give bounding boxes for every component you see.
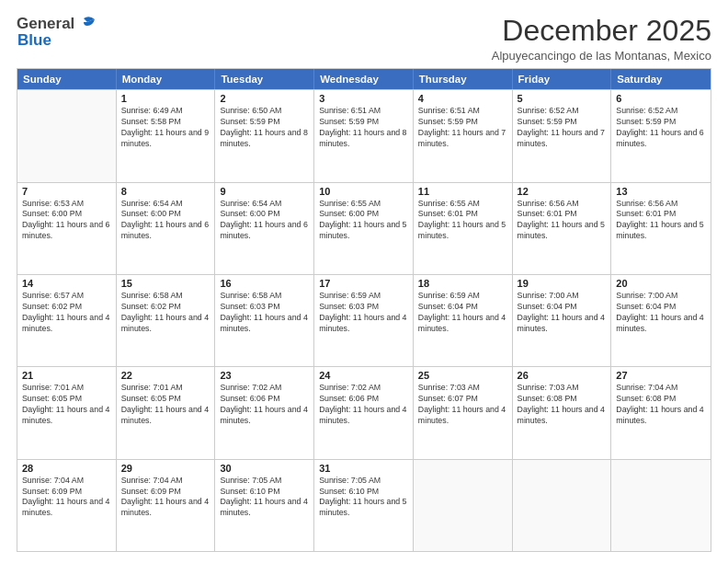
cal-cell-1-5: 12Sunrise: 6:56 AMSunset: 6:01 PMDayligh… xyxy=(513,183,612,274)
calendar-body: 1Sunrise: 6:49 AMSunset: 5:58 PMDaylight… xyxy=(17,89,711,551)
cal-cell-2-6: 20Sunrise: 7:00 AMSunset: 6:04 PMDayligh… xyxy=(611,275,711,366)
week-row-4: 28Sunrise: 7:04 AMSunset: 6:09 PMDayligh… xyxy=(17,459,711,551)
cal-cell-1-2: 9Sunrise: 6:54 AMSunset: 6:00 PMDaylight… xyxy=(215,183,314,274)
day-info: Sunrise: 6:58 AMSunset: 6:02 PMDaylight:… xyxy=(121,291,210,335)
cal-cell-3-6: 27Sunrise: 7:04 AMSunset: 6:08 PMDayligh… xyxy=(611,367,711,458)
cal-cell-4-5 xyxy=(513,460,612,551)
subtitle: Alpuyecancingo de las Montanas, Mexico xyxy=(492,49,711,63)
day-number: 31 xyxy=(319,463,408,474)
cal-cell-4-2: 30Sunrise: 7:05 AMSunset: 6:10 PMDayligh… xyxy=(215,460,314,551)
week-row-1: 7Sunrise: 6:53 AMSunset: 6:00 PMDaylight… xyxy=(17,182,711,274)
day-number: 4 xyxy=(418,93,507,104)
calendar: Sunday Monday Tuesday Wednesday Thursday… xyxy=(17,68,711,552)
day-number: 22 xyxy=(121,370,210,381)
cal-cell-3-4: 25Sunrise: 7:03 AMSunset: 6:07 PMDayligh… xyxy=(414,367,513,458)
day-info: Sunrise: 6:51 AMSunset: 5:59 PMDaylight:… xyxy=(319,106,408,150)
cal-cell-0-5: 5Sunrise: 6:52 AMSunset: 5:59 PMDaylight… xyxy=(513,90,612,181)
day-info: Sunrise: 7:00 AMSunset: 6:04 PMDaylight:… xyxy=(518,291,607,335)
day-info: Sunrise: 7:00 AMSunset: 6:04 PMDaylight:… xyxy=(616,291,706,335)
cal-cell-2-1: 15Sunrise: 6:58 AMSunset: 6:02 PMDayligh… xyxy=(117,275,216,366)
day-info: Sunrise: 6:52 AMSunset: 5:59 PMDaylight:… xyxy=(518,106,607,150)
logo-general-text: General xyxy=(17,15,74,33)
day-number: 6 xyxy=(616,93,706,104)
day-number: 7 xyxy=(22,186,111,197)
day-number: 20 xyxy=(616,278,706,289)
day-info: Sunrise: 7:02 AMSunset: 6:06 PMDaylight:… xyxy=(220,383,309,427)
day-info: Sunrise: 7:03 AMSunset: 6:08 PMDaylight:… xyxy=(518,383,607,427)
cal-cell-0-6: 6Sunrise: 6:52 AMSunset: 5:59 PMDaylight… xyxy=(611,90,711,181)
day-number: 3 xyxy=(319,93,408,104)
day-number: 18 xyxy=(418,278,507,289)
day-number: 28 xyxy=(22,463,111,474)
day-number: 19 xyxy=(518,278,607,289)
cal-cell-2-4: 18Sunrise: 6:59 AMSunset: 6:04 PMDayligh… xyxy=(414,275,513,366)
day-info: Sunrise: 7:04 AMSunset: 6:09 PMDaylight:… xyxy=(121,476,210,520)
day-number: 2 xyxy=(220,93,309,104)
day-info: Sunrise: 6:55 AMSunset: 6:00 PMDaylight:… xyxy=(319,199,408,243)
title-block: December 2025 Alpuyecancingo de las Mont… xyxy=(492,15,711,63)
day-info: Sunrise: 6:56 AMSunset: 6:01 PMDaylight:… xyxy=(616,199,706,243)
cal-cell-1-1: 8Sunrise: 6:54 AMSunset: 6:00 PMDaylight… xyxy=(117,183,216,274)
day-number: 14 xyxy=(22,278,111,289)
week-row-2: 14Sunrise: 6:57 AMSunset: 6:02 PMDayligh… xyxy=(17,274,711,366)
header-sunday: Sunday xyxy=(17,69,117,89)
logo-blue-text: Blue xyxy=(17,31,51,50)
cal-cell-1-3: 10Sunrise: 6:55 AMSunset: 6:00 PMDayligh… xyxy=(314,183,414,274)
day-info: Sunrise: 6:57 AMSunset: 6:02 PMDaylight:… xyxy=(22,291,111,335)
cal-cell-0-0 xyxy=(17,90,117,181)
day-number: 13 xyxy=(616,186,706,197)
day-number: 5 xyxy=(518,93,607,104)
week-row-0: 1Sunrise: 6:49 AMSunset: 5:58 PMDaylight… xyxy=(17,89,711,181)
day-number: 1 xyxy=(121,93,210,104)
cal-cell-3-2: 23Sunrise: 7:02 AMSunset: 6:06 PMDayligh… xyxy=(215,367,314,458)
cal-cell-4-3: 31Sunrise: 7:05 AMSunset: 6:10 PMDayligh… xyxy=(314,460,414,551)
cal-cell-2-2: 16Sunrise: 6:58 AMSunset: 6:03 PMDayligh… xyxy=(215,275,314,366)
header: General Blue December 2025 Alpuyecancing… xyxy=(17,15,711,63)
cal-cell-4-0: 28Sunrise: 7:04 AMSunset: 6:09 PMDayligh… xyxy=(17,460,117,551)
header-tuesday: Tuesday xyxy=(215,69,314,89)
day-number: 25 xyxy=(418,370,507,381)
cal-cell-3-0: 21Sunrise: 7:01 AMSunset: 6:05 PMDayligh… xyxy=(17,367,117,458)
day-number: 15 xyxy=(121,278,210,289)
day-number: 23 xyxy=(220,370,309,381)
day-info: Sunrise: 6:49 AMSunset: 5:58 PMDaylight:… xyxy=(121,106,210,150)
cal-cell-0-3: 3Sunrise: 6:51 AMSunset: 5:59 PMDaylight… xyxy=(314,90,414,181)
day-info: Sunrise: 6:50 AMSunset: 5:59 PMDaylight:… xyxy=(220,106,309,150)
day-number: 24 xyxy=(319,370,408,381)
cal-cell-1-6: 13Sunrise: 6:56 AMSunset: 6:01 PMDayligh… xyxy=(611,183,711,274)
day-info: Sunrise: 7:04 AMSunset: 6:08 PMDaylight:… xyxy=(616,383,706,427)
page: General Blue December 2025 Alpuyecancing… xyxy=(0,0,728,563)
cal-cell-0-4: 4Sunrise: 6:51 AMSunset: 5:59 PMDaylight… xyxy=(414,90,513,181)
day-number: 29 xyxy=(121,463,210,474)
cal-cell-4-6 xyxy=(611,460,711,551)
day-info: Sunrise: 6:54 AMSunset: 6:00 PMDaylight:… xyxy=(121,199,210,243)
day-info: Sunrise: 7:01 AMSunset: 6:05 PMDaylight:… xyxy=(22,383,111,427)
logo: General Blue xyxy=(17,15,97,50)
day-number: 21 xyxy=(22,370,111,381)
cal-cell-1-0: 7Sunrise: 6:53 AMSunset: 6:00 PMDaylight… xyxy=(17,183,117,274)
cal-cell-3-5: 26Sunrise: 7:03 AMSunset: 6:08 PMDayligh… xyxy=(513,367,612,458)
cal-cell-2-0: 14Sunrise: 6:57 AMSunset: 6:02 PMDayligh… xyxy=(17,275,117,366)
day-info: Sunrise: 6:55 AMSunset: 6:01 PMDaylight:… xyxy=(418,199,507,243)
day-info: Sunrise: 7:03 AMSunset: 6:07 PMDaylight:… xyxy=(418,383,507,427)
day-number: 9 xyxy=(220,186,309,197)
day-info: Sunrise: 7:01 AMSunset: 6:05 PMDaylight:… xyxy=(121,383,210,427)
header-friday: Friday xyxy=(513,69,612,89)
header-saturday: Saturday xyxy=(611,69,711,89)
day-number: 10 xyxy=(319,186,408,197)
cal-cell-4-1: 29Sunrise: 7:04 AMSunset: 6:09 PMDayligh… xyxy=(117,460,216,551)
day-info: Sunrise: 7:02 AMSunset: 6:06 PMDaylight:… xyxy=(319,383,408,427)
day-number: 17 xyxy=(319,278,408,289)
day-info: Sunrise: 6:52 AMSunset: 5:59 PMDaylight:… xyxy=(616,106,706,150)
month-title: December 2025 xyxy=(492,15,711,47)
day-info: Sunrise: 7:04 AMSunset: 6:09 PMDaylight:… xyxy=(22,476,111,520)
week-row-3: 21Sunrise: 7:01 AMSunset: 6:05 PMDayligh… xyxy=(17,366,711,458)
day-info: Sunrise: 6:54 AMSunset: 6:00 PMDaylight:… xyxy=(220,199,309,243)
day-info: Sunrise: 6:56 AMSunset: 6:01 PMDaylight:… xyxy=(518,199,607,243)
cal-cell-0-1: 1Sunrise: 6:49 AMSunset: 5:58 PMDaylight… xyxy=(117,90,216,181)
day-number: 27 xyxy=(616,370,706,381)
day-info: Sunrise: 7:05 AMSunset: 6:10 PMDaylight:… xyxy=(319,476,408,520)
day-info: Sunrise: 6:51 AMSunset: 5:59 PMDaylight:… xyxy=(418,106,507,150)
header-wednesday: Wednesday xyxy=(314,69,414,89)
day-info: Sunrise: 6:59 AMSunset: 6:04 PMDaylight:… xyxy=(418,291,507,335)
